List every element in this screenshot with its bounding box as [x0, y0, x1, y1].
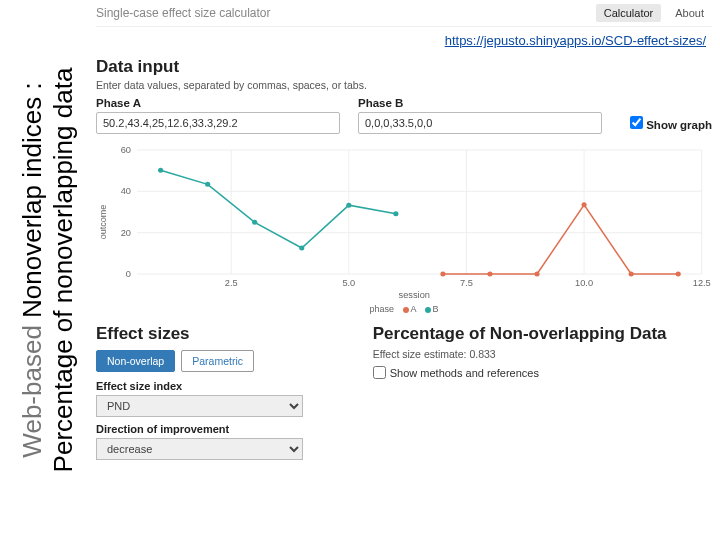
svg-text:10.0: 10.0 [575, 278, 593, 288]
phase-b-label: Phase B [358, 97, 602, 109]
tab-about[interactable]: About [667, 4, 712, 22]
svg-point-19 [158, 168, 163, 173]
data-input-hint: Enter data values, separated by commas, … [96, 79, 712, 91]
pnd-estimate: Effect size estimate: 0.833 [373, 348, 712, 360]
svg-text:12.5: 12.5 [693, 278, 711, 288]
show-methods-checkbox[interactable] [373, 366, 386, 379]
svg-text:5.0: 5.0 [342, 278, 355, 288]
app-link[interactable]: https://jepusto.shinyapps.io/SCD-effect-… [445, 33, 706, 48]
legend-a: A [411, 304, 417, 314]
show-methods-toggle[interactable]: Show methods and references [373, 366, 712, 379]
show-methods-label: Show methods and references [390, 367, 539, 379]
direction-select[interactable]: decrease [96, 438, 303, 460]
svg-text:outcome: outcome [98, 205, 108, 239]
svg-point-20 [205, 182, 210, 187]
svg-point-25 [440, 272, 445, 277]
svg-point-30 [676, 272, 681, 277]
legend-dot-a [403, 307, 409, 313]
show-graph-checkbox[interactable] [630, 116, 643, 129]
phase-b-input[interactable] [358, 112, 602, 134]
index-select[interactable]: PND [96, 395, 303, 417]
svg-point-26 [487, 272, 492, 277]
show-graph-label: Show graph [646, 119, 712, 131]
svg-point-29 [629, 272, 634, 277]
tab-calculator[interactable]: Calculator [596, 4, 662, 22]
svg-point-28 [582, 202, 587, 207]
tab-nonoverlap[interactable]: Non-overlap [96, 350, 175, 372]
legend-b: B [433, 304, 439, 314]
tab-parametric[interactable]: Parametric [181, 350, 254, 372]
phase-a-input[interactable] [96, 112, 340, 134]
data-input-heading: Data input [96, 57, 712, 77]
svg-point-23 [346, 203, 351, 208]
topbar: Single-case effect size calculator Calcu… [96, 0, 712, 27]
legend-dot-b [425, 307, 431, 313]
show-graph-toggle[interactable]: Show graph [630, 116, 712, 131]
svg-text:2.5: 2.5 [225, 278, 238, 288]
svg-point-27 [534, 272, 539, 277]
vtitle-pre: Web-based [17, 318, 47, 458]
chart-area: outcome 0204060 2.55.07.510.012.5 sessio… [96, 142, 712, 302]
svg-text:0: 0 [126, 269, 131, 279]
app-title: Single-case effect size calculator [96, 6, 271, 20]
vertical-title: Web-based Nonoverlap indices : Percentag… [8, 0, 88, 540]
svg-text:session: session [399, 290, 430, 300]
phase-a-label: Phase A [96, 97, 340, 109]
vtitle-emph: Nonoverlap indices : [17, 82, 47, 318]
effect-sizes-heading: Effect sizes [96, 324, 355, 344]
svg-text:40: 40 [121, 186, 131, 196]
svg-point-24 [393, 211, 398, 216]
index-label: Effect size index [96, 380, 355, 392]
svg-point-21 [252, 220, 257, 225]
svg-text:60: 60 [121, 145, 131, 155]
pnd-heading: Percentage of Non-overlapping Data [373, 324, 712, 344]
direction-label: Direction of improvement [96, 423, 355, 435]
svg-text:7.5: 7.5 [460, 278, 473, 288]
legend-label: phase [369, 304, 394, 314]
chart-legend: phase A B [96, 304, 712, 314]
vtitle-line2: Percentage of nonoverlapping data [48, 68, 79, 473]
svg-text:20: 20 [121, 228, 131, 238]
svg-point-22 [299, 245, 304, 250]
